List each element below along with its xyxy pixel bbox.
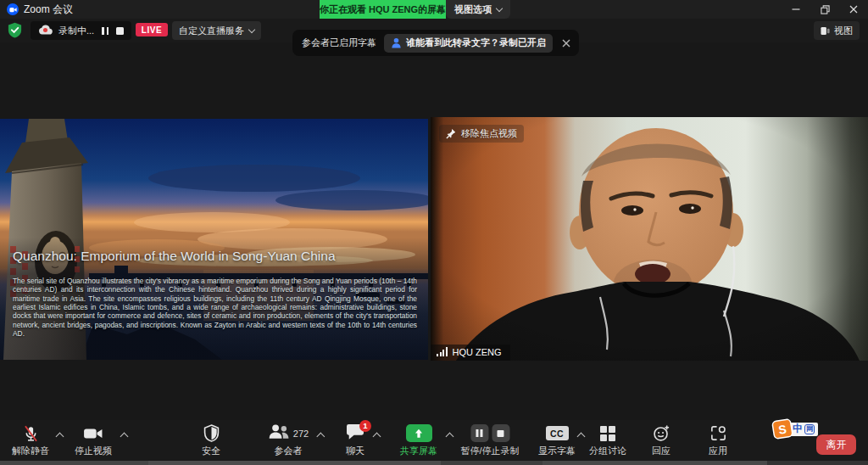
chat-button[interactable]: 1 聊天 [346,423,364,457]
chat-bubble-icon: 1 [346,423,364,444]
apps-icon [709,423,727,443]
shared-screen-panel: Quanzhou: Emporium of the World in Song-… [0,119,428,360]
remove-spotlight-label: 移除焦点视频 [461,127,517,140]
smiley-plus-icon [653,423,670,443]
recording-indicator: 录制中... [31,21,131,40]
pin-icon [446,128,456,139]
close-icon[interactable] [562,39,570,48]
share-screen-button[interactable]: 共享屏幕 [400,423,437,457]
meeting-toolbar: 解除静音 停止视频 安全 272 参会者 [0,420,868,461]
zoom-logo-icon [7,3,19,15]
security-button[interactable]: 安全 [202,423,220,457]
webcam-video [431,117,868,361]
window-controls [782,0,868,19]
chevron-up-icon[interactable] [373,433,381,441]
chat-label: 聊天 [346,445,364,457]
pause-recording-icon[interactable] [100,25,110,36]
chevron-up-icon[interactable] [576,433,585,441]
show-captions-label: 显示字幕 [538,445,576,457]
participants-label: 参会者 [274,445,302,457]
participants-button[interactable]: 272 参会者 [268,423,309,457]
live-badge: LIVE [136,23,168,36]
stop-video-label: 停止视频 [75,445,112,457]
slide-body-text: The serial site of Quanzhou illustrates … [13,277,417,338]
reactions-button[interactable]: 回应 [652,423,670,457]
participants-count: 272 [293,429,309,439]
view-options-button[interactable]: 视图选项 [446,0,510,19]
breakout-rooms-button[interactable]: 分组讨论 [589,423,626,457]
unmute-button[interactable]: 解除静音 [12,423,49,457]
chevron-up-icon[interactable] [317,433,326,441]
slide-title: Quanzhou: Emporium of the World in Song-… [13,249,336,264]
broadcast-watermark-logo: S 中 网 [781,422,818,436]
captions-enabled-text: 参会者已启用字幕 [302,36,376,49]
chevron-up-icon[interactable] [120,433,129,441]
live-stream-service-dropdown[interactable]: 自定义直播服务 [172,21,261,40]
apps-button[interactable]: 应用 [709,423,727,457]
view-options-label: 视图选项 [454,3,492,16]
unmute-label: 解除静音 [12,445,49,457]
captions-notification: 参会者已启用字幕 谁能看到此转录文字？录制已开启 [292,30,579,56]
logo-s-mark: S [773,419,793,438]
share-screen-icon [406,424,432,442]
video-camera-icon [83,423,103,443]
show-captions-button[interactable]: CC 显示字幕 [538,423,576,457]
chevron-down-icon [248,25,255,32]
stop-recording-icon[interactable] [116,27,124,35]
person-icon [391,37,402,48]
apps-label: 应用 [709,445,727,457]
cloud-recording-icon [38,23,53,38]
security-label: 安全 [202,445,220,457]
window-title: Zoom 会议 [24,3,73,17]
app-brand: Zoom 会议 [7,0,73,19]
encryption-shield-icon[interactable] [7,22,23,42]
audio-level-icon [437,347,448,357]
stop-video-button[interactable]: 停止视频 [75,423,112,457]
participants-icon [268,423,290,443]
layout-icon [821,26,830,36]
chat-unread-badge: 1 [359,420,371,432]
stream-service-label: 自定义直播服务 [179,25,244,37]
transcript-visibility-button[interactable]: 谁能看到此转录文字？录制已开启 [384,34,553,53]
title-bar: Zoom 会议 你正在观看 HQU ZENG的屏幕 视图选项 [0,0,868,19]
pause-stop-recording-button[interactable]: 暂停/停止录制 [460,423,519,457]
chevron-up-icon[interactable] [56,433,64,441]
shield-icon [203,423,220,443]
watching-screen-banner: 你正在观看 HQU ZENG的屏幕 [320,0,446,19]
cc-icon: CC [546,426,569,440]
close-button[interactable] [839,0,868,19]
pause-stop-recording-label: 暂停/停止录制 [460,445,519,457]
recording-status-label: 录制中... [58,25,94,37]
mic-muted-icon [22,423,40,443]
taskbar-edge [0,461,868,465]
chevron-down-icon [496,4,503,11]
view-label: 视图 [834,25,853,37]
participant-name: HQU ZENG [453,347,502,357]
leave-meeting-button[interactable]: 离开 [816,434,856,455]
remove-spotlight-button[interactable]: 移除焦点视频 [439,125,524,143]
maximize-button[interactable] [810,0,839,19]
chevron-up-icon[interactable] [445,433,453,441]
breakout-rooms-label: 分组讨论 [589,445,626,457]
transcript-button-label: 谁能看到此转录文字？录制已开启 [406,36,546,49]
share-screen-label: 共享屏幕 [400,445,437,457]
stop-recording-icon[interactable] [492,424,509,442]
minimize-button[interactable] [782,0,810,19]
breakout-grid-icon [600,423,615,443]
logo-wang-glyph: 网 [804,424,815,434]
participant-name-chip: HQU ZENG [431,345,510,361]
logo-zhong-glyph: 中 [793,422,803,436]
zoom-meeting-window: Zoom 会议 你正在观看 HQU ZENG的屏幕 视图选项 [0,0,868,465]
pause-recording-icon[interactable] [470,424,488,442]
reactions-label: 回应 [652,445,670,457]
spotlight-video-panel: 移除焦点视频 HQU ZENG [431,117,868,361]
view-layout-button[interactable]: 视图 [814,21,860,40]
